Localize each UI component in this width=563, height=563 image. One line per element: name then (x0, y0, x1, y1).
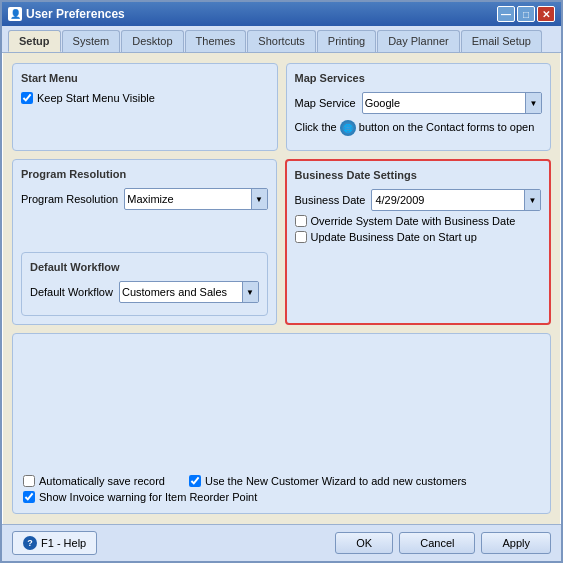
start-menu-title: Start Menu (21, 72, 269, 84)
help-label: F1 - Help (41, 537, 86, 549)
program-resolution-field: Program Resolution Maximize ▼ (21, 188, 268, 210)
business-date-field: Business Date 4/29/2009 ▼ (295, 189, 542, 211)
update-business-date-label: Update Business Date on Start up (311, 231, 477, 243)
business-date-input-wrapper: 4/29/2009 ▼ (371, 189, 541, 211)
business-date-label: Business Date (295, 194, 366, 206)
override-system-date-label: Override System Date with Business Date (311, 215, 516, 227)
override-system-date-checkbox[interactable] (295, 215, 307, 227)
footer-left: ? F1 - Help (12, 531, 97, 555)
map-service-label: Map Service (295, 97, 356, 109)
invoice-checkbox[interactable] (23, 491, 35, 503)
window-icon: 👤 (8, 7, 22, 21)
map-click-text: Click the 🌐 button on the Contact forms … (295, 120, 543, 136)
program-resolution-title: Program Resolution (21, 168, 268, 180)
tab-email-setup[interactable]: Email Setup (461, 30, 542, 52)
auto-save-row: Automatically save record Use the New Cu… (23, 475, 540, 487)
default-workflow-select-wrapper: Customers and Sales ▼ (119, 281, 259, 303)
update-checkbox-row: Update Business Date on Start up (295, 231, 542, 243)
help-icon: ? (23, 536, 37, 550)
map-service-select-wrapper: Google ▼ (362, 92, 542, 114)
footer: ? F1 - Help OK Cancel Apply (2, 524, 561, 561)
default-workflow-title: Default Workflow (30, 261, 259, 273)
override-checkbox-row: Override System Date with Business Date (295, 215, 542, 227)
business-date-title: Business Date Settings (295, 169, 542, 181)
program-resolution-select[interactable]: Maximize (125, 192, 250, 206)
bottom-section: Automatically save record Use the New Cu… (12, 333, 551, 514)
map-service-arrow[interactable]: ▼ (525, 93, 541, 113)
tab-shortcuts[interactable]: Shortcuts (247, 30, 315, 52)
ok-button[interactable]: OK (335, 532, 393, 554)
title-bar-left: 👤 User Preferences (8, 7, 125, 21)
tab-themes[interactable]: Themes (185, 30, 247, 52)
invoice-label: Show Invoice warning for Item Reorder Po… (39, 491, 257, 503)
update-business-date-checkbox[interactable] (295, 231, 307, 243)
title-buttons: — □ ✕ (497, 6, 555, 22)
default-workflow-field: Default Workflow Customers and Sales ▼ (30, 281, 259, 303)
business-date-input[interactable]: 4/29/2009 (372, 193, 524, 207)
close-button[interactable]: ✕ (537, 6, 555, 22)
keep-start-menu-checkbox[interactable] (21, 92, 33, 104)
globe-icon: 🌐 (340, 120, 356, 136)
business-date-arrow[interactable]: ▼ (524, 190, 540, 210)
program-resolution-label: Program Resolution (21, 193, 118, 205)
start-menu-panel: Start Menu Keep Start Menu Visible (12, 63, 278, 151)
start-menu-checkbox-row: Keep Start Menu Visible (21, 92, 269, 104)
row-middle: Program Resolution Program Resolution Ma… (12, 159, 551, 325)
tab-day-planner[interactable]: Day Planner (377, 30, 460, 52)
map-services-title: Map Services (295, 72, 543, 84)
wizard-label: Use the New Customer Wizard to add new c… (205, 475, 467, 487)
default-workflow-panel: Default Workflow Default Workflow Custom… (21, 252, 268, 316)
business-date-panel: Business Date Settings Business Date 4/2… (285, 159, 552, 325)
program-resolution-panel: Program Resolution Program Resolution Ma… (12, 159, 277, 325)
program-resolution-arrow[interactable]: ▼ (251, 189, 267, 209)
tab-setup[interactable]: Setup (8, 30, 61, 52)
map-click-row: Click the 🌐 button on the Contact forms … (295, 120, 543, 136)
default-workflow-arrow[interactable]: ▼ (242, 282, 258, 302)
map-services-panel: Map Services Map Service Google ▼ Click … (286, 63, 552, 151)
row-top: Start Menu Keep Start Menu Visible Map S… (12, 63, 551, 151)
default-workflow-select[interactable]: Customers and Sales (120, 285, 242, 299)
tab-desktop[interactable]: Desktop (121, 30, 183, 52)
map-service-row: Map Service Google ▼ (295, 92, 543, 114)
wizard-checkbox[interactable] (189, 475, 201, 487)
tab-printing[interactable]: Printing (317, 30, 376, 52)
main-content: Start Menu Keep Start Menu Visible Map S… (2, 53, 561, 524)
invoice-row: Show Invoice warning for Item Reorder Po… (23, 491, 540, 503)
keep-start-menu-label: Keep Start Menu Visible (37, 92, 155, 104)
auto-save-label: Automatically save record (39, 475, 165, 487)
minimize-button[interactable]: — (497, 6, 515, 22)
footer-right: OK Cancel Apply (335, 532, 551, 554)
program-resolution-select-wrapper: Maximize ▼ (124, 188, 267, 210)
bottom-checkboxes: Automatically save record Use the New Cu… (23, 475, 540, 503)
main-window: 👤 User Preferences — □ ✕ Setup System De… (0, 0, 563, 563)
window-title: User Preferences (26, 7, 125, 21)
auto-save-checkbox[interactable] (23, 475, 35, 487)
default-workflow-label: Default Workflow (30, 286, 113, 298)
cancel-button[interactable]: Cancel (399, 532, 475, 554)
maximize-button[interactable]: □ (517, 6, 535, 22)
tab-system[interactable]: System (62, 30, 121, 52)
apply-button[interactable]: Apply (481, 532, 551, 554)
tabs-bar: Setup System Desktop Themes Shortcuts Pr… (2, 26, 561, 53)
map-service-select[interactable]: Google (363, 96, 525, 110)
help-button[interactable]: ? F1 - Help (12, 531, 97, 555)
title-bar: 👤 User Preferences — □ ✕ (2, 2, 561, 26)
